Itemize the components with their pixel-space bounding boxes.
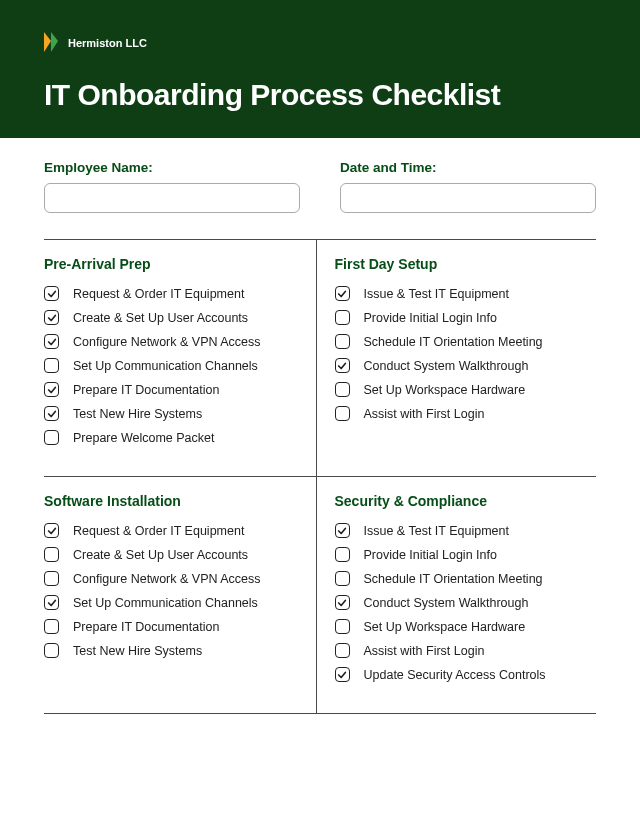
checklist-item: Create & Set Up User Accounts bbox=[44, 310, 302, 325]
checklist-item-label: Set Up Communication Channels bbox=[73, 596, 258, 610]
checkbox[interactable] bbox=[335, 523, 350, 538]
checkbox[interactable] bbox=[335, 571, 350, 586]
checkbox[interactable] bbox=[335, 595, 350, 610]
checklist-item: Update Security Access Controls bbox=[335, 667, 593, 682]
checklist-item-label: Assist with First Login bbox=[364, 407, 485, 421]
checkbox[interactable] bbox=[335, 286, 350, 301]
checkbox[interactable] bbox=[44, 358, 59, 373]
checkbox[interactable] bbox=[44, 619, 59, 634]
checkbox[interactable] bbox=[44, 523, 59, 538]
datetime-input[interactable] bbox=[340, 183, 596, 213]
checklist-item: Request & Order IT Equipment bbox=[44, 523, 302, 538]
grid-row: Pre-Arrival Prep Request & Order IT Equi… bbox=[44, 240, 596, 477]
checklist-item: Schedule IT Orientation Meeting bbox=[335, 571, 593, 586]
checklist-item: Test New Hire Systems bbox=[44, 643, 302, 658]
checklist-item-label: Provide Initial Login Info bbox=[364, 311, 497, 325]
checklist-item: Provide Initial Login Info bbox=[335, 547, 593, 562]
checkbox[interactable] bbox=[335, 382, 350, 397]
checklist-item: Request & Order IT Equipment bbox=[44, 286, 302, 301]
checklist-item: Test New Hire Systems bbox=[44, 406, 302, 421]
section-pre-arrival: Pre-Arrival Prep Request & Order IT Equi… bbox=[44, 240, 317, 476]
checklist-item-label: Set Up Workspace Hardware bbox=[364, 383, 526, 397]
checkbox[interactable] bbox=[44, 406, 59, 421]
checklist-item-label: Create & Set Up User Accounts bbox=[73, 311, 248, 325]
section-title: Pre-Arrival Prep bbox=[44, 256, 302, 272]
checkbox[interactable] bbox=[44, 643, 59, 658]
checklist-item: Schedule IT Orientation Meeting bbox=[335, 334, 593, 349]
checklist-item-label: Conduct System Walkthrough bbox=[364, 359, 529, 373]
checklist-item: Set Up Workspace Hardware bbox=[335, 619, 593, 634]
datetime-label: Date and Time: bbox=[340, 160, 596, 175]
checkbox[interactable] bbox=[335, 406, 350, 421]
checkbox[interactable] bbox=[44, 334, 59, 349]
checklist: Issue & Test IT EquipmentProvide Initial… bbox=[335, 523, 593, 682]
checklist-grid: Pre-Arrival Prep Request & Order IT Equi… bbox=[44, 239, 596, 714]
checkbox[interactable] bbox=[335, 334, 350, 349]
section-security: Security & Compliance Issue & Test IT Eq… bbox=[317, 477, 597, 713]
checklist-item-label: Create & Set Up User Accounts bbox=[73, 548, 248, 562]
form-row: Employee Name: Date and Time: bbox=[44, 160, 596, 213]
checklist-item-label: Configure Network & VPN Access bbox=[73, 572, 261, 586]
checkbox[interactable] bbox=[335, 667, 350, 682]
employee-name-input[interactable] bbox=[44, 183, 300, 213]
checklist-item: Assist with First Login bbox=[335, 406, 593, 421]
section-software: Software Installation Request & Order IT… bbox=[44, 477, 317, 713]
checklist-item-label: Set Up Communication Channels bbox=[73, 359, 258, 373]
checklist-item: Issue & Test IT Equipment bbox=[335, 286, 593, 301]
checklist-item-label: Test New Hire Systems bbox=[73, 407, 202, 421]
section-title: First Day Setup bbox=[335, 256, 593, 272]
checkbox[interactable] bbox=[44, 310, 59, 325]
checkbox[interactable] bbox=[44, 571, 59, 586]
checklist-item: Set Up Communication Channels bbox=[44, 595, 302, 610]
header: Hermiston LLC IT Onboarding Process Chec… bbox=[0, 0, 640, 138]
checklist-item-label: Provide Initial Login Info bbox=[364, 548, 497, 562]
checklist-item-label: Prepare IT Documentation bbox=[73, 383, 219, 397]
checklist-item-label: Prepare IT Documentation bbox=[73, 620, 219, 634]
checklist-item-label: Test New Hire Systems bbox=[73, 644, 202, 658]
checkbox[interactable] bbox=[335, 358, 350, 373]
checkbox[interactable] bbox=[44, 286, 59, 301]
checklist-item-label: Assist with First Login bbox=[364, 644, 485, 658]
employee-name-field: Employee Name: bbox=[44, 160, 300, 213]
checklist-item-label: Request & Order IT Equipment bbox=[73, 524, 244, 538]
section-title: Security & Compliance bbox=[335, 493, 593, 509]
section-title: Software Installation bbox=[44, 493, 302, 509]
checklist-item: Create & Set Up User Accounts bbox=[44, 547, 302, 562]
checklist: Request & Order IT EquipmentCreate & Set… bbox=[44, 286, 302, 445]
datetime-field: Date and Time: bbox=[340, 160, 596, 213]
checkbox[interactable] bbox=[335, 643, 350, 658]
checklist-item-label: Issue & Test IT Equipment bbox=[364, 524, 509, 538]
checkbox[interactable] bbox=[44, 382, 59, 397]
checkbox[interactable] bbox=[335, 310, 350, 325]
brand: Hermiston LLC bbox=[44, 30, 596, 56]
checklist-item-label: Configure Network & VPN Access bbox=[73, 335, 261, 349]
checklist-item: Prepare Welcome Packet bbox=[44, 430, 302, 445]
checklist-item: Set Up Communication Channels bbox=[44, 358, 302, 373]
checklist-item: Issue & Test IT Equipment bbox=[335, 523, 593, 538]
checkbox[interactable] bbox=[44, 595, 59, 610]
checklist-item-label: Prepare Welcome Packet bbox=[73, 431, 215, 445]
checkbox[interactable] bbox=[44, 547, 59, 562]
checklist-item: Conduct System Walkthrough bbox=[335, 358, 593, 373]
checkbox[interactable] bbox=[335, 547, 350, 562]
checklist-item-label: Conduct System Walkthrough bbox=[364, 596, 529, 610]
employee-name-label: Employee Name: bbox=[44, 160, 300, 175]
checklist-item-label: Set Up Workspace Hardware bbox=[364, 620, 526, 634]
page-title: IT Onboarding Process Checklist bbox=[44, 78, 596, 112]
checklist-item: Configure Network & VPN Access bbox=[44, 334, 302, 349]
brand-logo-icon bbox=[44, 30, 58, 56]
checklist-item: Provide Initial Login Info bbox=[335, 310, 593, 325]
grid-row: Software Installation Request & Order IT… bbox=[44, 477, 596, 714]
checklist-item: Configure Network & VPN Access bbox=[44, 571, 302, 586]
checklist-item-label: Update Security Access Controls bbox=[364, 668, 546, 682]
brand-name: Hermiston LLC bbox=[68, 37, 147, 49]
checklist: Request & Order IT EquipmentCreate & Set… bbox=[44, 523, 302, 658]
checklist-item-label: Schedule IT Orientation Meeting bbox=[364, 335, 543, 349]
checkbox[interactable] bbox=[44, 430, 59, 445]
checklist-item-label: Schedule IT Orientation Meeting bbox=[364, 572, 543, 586]
checklist-item-label: Issue & Test IT Equipment bbox=[364, 287, 509, 301]
section-first-day: First Day Setup Issue & Test IT Equipmen… bbox=[317, 240, 597, 476]
checklist-item: Assist with First Login bbox=[335, 643, 593, 658]
checkbox[interactable] bbox=[335, 619, 350, 634]
checklist-item: Conduct System Walkthrough bbox=[335, 595, 593, 610]
